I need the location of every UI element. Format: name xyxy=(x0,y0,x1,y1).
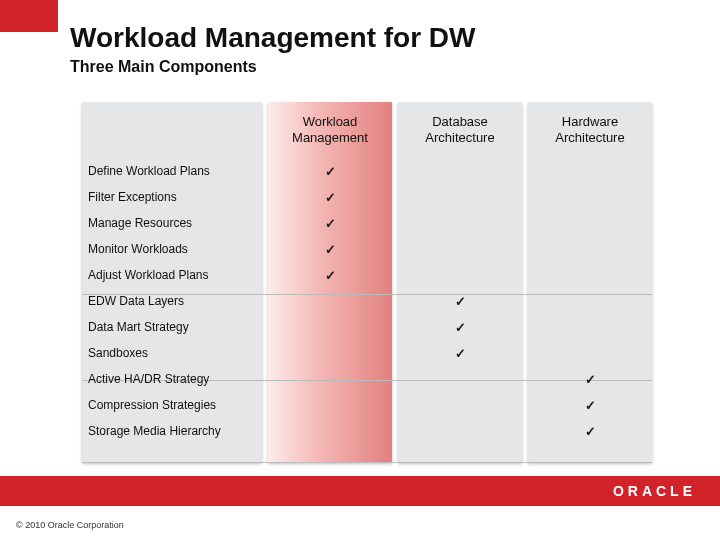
check-icon: ✓ xyxy=(528,398,652,413)
row-label: EDW Data Layers xyxy=(82,294,262,308)
col-header-workload: Workload Management xyxy=(268,102,392,158)
check-icon: ✓ xyxy=(268,216,392,231)
oracle-logo: ORACLE xyxy=(613,483,696,499)
check-icon: ✓ xyxy=(268,268,392,283)
check-icon: ✓ xyxy=(268,190,392,205)
slide-title: Workload Management for DW xyxy=(70,22,476,54)
row-label: Define Workload Plans xyxy=(82,164,262,178)
col-header-database: Database Architecture xyxy=(398,102,522,158)
row-label: Active HA/DR Strategy xyxy=(82,372,262,386)
row-label: Adjust Workload Plans xyxy=(82,268,262,282)
check-icon: ✓ xyxy=(528,372,652,387)
row-label: Manage Resources xyxy=(82,216,262,230)
footer-bar: ORACLE xyxy=(0,476,720,506)
slide-subtitle: Three Main Components xyxy=(70,58,257,76)
check-icon: ✓ xyxy=(398,320,522,335)
accent-block xyxy=(0,0,58,32)
component-table: Workload Management Database Architectur… xyxy=(82,102,652,464)
copyright: © 2010 Oracle Corporation xyxy=(16,520,124,530)
check-icon: ✓ xyxy=(268,164,392,179)
col-header-hardware: Hardware Architecture xyxy=(528,102,652,158)
col-header-empty xyxy=(82,102,262,158)
check-icon: ✓ xyxy=(268,242,392,257)
row-label: Compression Strategies xyxy=(82,398,262,412)
row-label: Sandboxes xyxy=(82,346,262,360)
check-icon: ✓ xyxy=(528,424,652,439)
row-label: Data Mart Strategy xyxy=(82,320,262,334)
divider xyxy=(82,462,652,463)
check-icon: ✓ xyxy=(398,346,522,361)
check-icon: ✓ xyxy=(398,294,522,309)
row-label: Storage Media Hierarchy xyxy=(82,424,262,438)
row-label: Filter Exceptions xyxy=(82,190,262,204)
row-label: Monitor Workloads xyxy=(82,242,262,256)
